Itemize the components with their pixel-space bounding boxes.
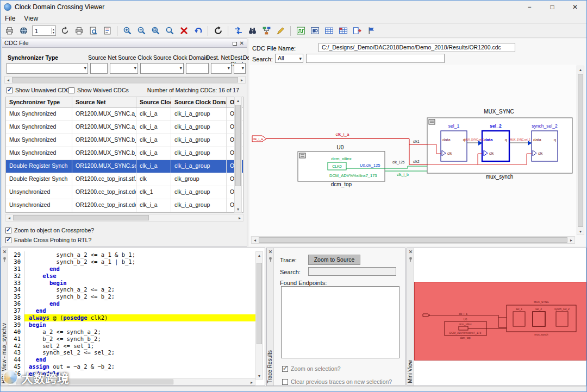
preview-icon[interactable] <box>86 24 99 37</box>
table-header-cell[interactable]: Source Net <box>72 97 136 108</box>
code-text: b_2 <= synch_b_2; <box>24 336 255 343</box>
zoom-crossprobe-checkbox[interactable]: Zoom to object on Crossprobe? <box>5 227 94 233</box>
app-window: Clock Domain Crossing Viewer − □ ✕ File … <box>0 0 587 392</box>
table-row[interactable]: Mux SynchronizedOR1200.MUX_SYNC.a_1clk_i… <box>6 108 243 121</box>
filter-source-clock-domain-select[interactable] <box>140 63 184 74</box>
close-panel-icon[interactable]: ✕ <box>240 40 244 46</box>
table-cell: clk_i_a_group <box>171 134 227 147</box>
schematic-search-scope-select[interactable]: All <box>275 54 303 63</box>
filter-dest-clock-domain-select[interactable] <box>234 63 246 74</box>
filter-dest-net-input[interactable] <box>186 63 209 74</box>
table-header-cell[interactable]: Synchronizer Type <box>6 97 72 108</box>
zoom-in-icon[interactable] <box>121 24 134 37</box>
found-endpoints-list[interactable] <box>281 286 399 358</box>
show-waived-checkbox[interactable]: Show Waived CDCs <box>68 87 129 93</box>
maximize-button[interactable]: □ <box>541 1 564 14</box>
close-panel-icon[interactable]: ✕ <box>2 249 8 255</box>
close-panel-icon[interactable]: ✕ <box>408 249 414 255</box>
float-panel-icon[interactable] <box>233 41 237 47</box>
block-expand-icon[interactable] <box>429 119 435 124</box>
filter-source-net-input[interactable] <box>90 63 108 74</box>
undo-icon[interactable] <box>191 24 204 37</box>
run-icon[interactable] <box>351 24 364 37</box>
filter-source-clock-select[interactable] <box>110 63 138 74</box>
table-row[interactable]: Mux SynchronizedOR1200.MUX_SYNC.b_1clk_i… <box>6 134 243 147</box>
zoom-on-selection-checkbox[interactable]: Zoom on selection? <box>282 365 341 372</box>
rtl-crossprobe-checkbox[interactable]: Enable Cross Probing to RTL? <box>5 237 91 243</box>
pin-icon[interactable] <box>267 257 273 263</box>
print-icon[interactable] <box>72 24 85 37</box>
reload-icon[interactable] <box>58 24 71 37</box>
close-panel-icon[interactable]: ✕ <box>267 249 273 255</box>
edit-icon[interactable] <box>274 24 287 37</box>
cdc-table-vscrollbar[interactable]: ▴▾ <box>234 97 242 213</box>
table-row[interactable]: Double Register SynchOR1200.MUX_SYNC.sel… <box>6 160 243 173</box>
table-row[interactable]: UnsynchronizedOR1200.cc_top_inst.cdc...c… <box>6 199 243 212</box>
cdc-file-name-field[interactable]: C:/_Designs/_Demo/DAC2018Demo/Demo_2018/… <box>319 43 515 52</box>
zoom-to-source-button[interactable]: Zoom to Source <box>308 255 360 265</box>
flag-icon[interactable] <box>365 24 378 37</box>
report-icon[interactable] <box>101 24 114 37</box>
filter-synchronizer-select[interactable] <box>7 63 88 74</box>
code-line: 42 sel_2 <= sel_1; <box>8 343 255 350</box>
crossprobe-icon[interactable] <box>232 24 245 37</box>
dcc-icon[interactable] <box>308 24 321 37</box>
zoom-fit-icon[interactable] <box>149 24 162 37</box>
refresh-icon[interactable] <box>211 24 224 37</box>
zoom-area-icon[interactable] <box>163 24 176 37</box>
svg-text:clk: clk <box>447 151 452 155</box>
table-cell: clk <box>136 173 171 186</box>
wave-icon[interactable] <box>294 24 307 37</box>
pin-clk1-label: clk1 <box>413 140 420 143</box>
code-line: 34 synch_a_2 <= a_2; <box>8 286 255 293</box>
page-number-value[interactable]: 1 <box>33 28 51 34</box>
schematic-canvas[interactable]: MUX_SYNC mux_synch sel_1 data q <box>250 65 576 236</box>
grid-icon[interactable] <box>322 24 335 37</box>
grid-red-icon[interactable] <box>336 24 349 37</box>
table-row[interactable]: UnsynchronizedOR1200.cc_top_inst.cdc...c… <box>6 186 243 199</box>
menu-file[interactable]: File <box>5 15 15 22</box>
hdl-vscrollbar[interactable]: ▴▾ <box>255 251 263 380</box>
schematic-vscrollbar[interactable]: ▴▾ <box>577 66 584 235</box>
hierarchy-icon[interactable] <box>260 24 273 37</box>
filter-dest-clock-select[interactable] <box>211 63 232 74</box>
trace-search-input[interactable] <box>308 267 396 276</box>
export-icon[interactable] <box>3 24 16 37</box>
trace-tab-label[interactable]: Trace Results <box>267 350 273 383</box>
hdl-tab-label[interactable]: HDL View - mux_synch.v <box>1 323 7 383</box>
hdl-hscrollbar[interactable]: ◂▸ <box>8 378 255 385</box>
pin-icon[interactable] <box>2 257 8 263</box>
close-button[interactable]: ✕ <box>564 1 586 14</box>
net-sel2-label: MUX_SYNC.sel_2 <box>510 138 530 141</box>
delete-icon[interactable] <box>177 24 190 37</box>
clk-i-a-port[interactable]: clk_i_a <box>252 136 266 142</box>
code-text: synch_a_2 <= a_1 & b_1; <box>24 251 255 258</box>
mini-tab-label[interactable]: Mini View <box>407 360 413 383</box>
schematic-search-input[interactable] <box>306 54 445 63</box>
page-spinner[interactable]: 1▴▾ <box>32 26 56 36</box>
table-cell: OR1200.cc_top_inst.cdc... <box>72 199 136 212</box>
schematic-hscrollbar[interactable]: ◂▸ <box>251 236 575 244</box>
world-icon[interactable] <box>17 24 30 37</box>
dcm-block[interactable]: dcm_xilinx CLK0 U0.clk_125 DCM_ADV%%xili… <box>298 151 385 181</box>
clear-traces-checkbox[interactable]: Clear previous traces on new selection? <box>282 378 392 385</box>
cdc-table-hscrollbar[interactable]: ◂▸ <box>5 214 243 222</box>
spinner-arrows-icon[interactable]: ▴▾ <box>51 28 55 34</box>
table-header-cell[interactable]: Source Clock Domain <box>171 97 227 108</box>
minimize-button[interactable]: − <box>518 1 541 14</box>
zoom-out-icon[interactable] <box>135 24 148 37</box>
table-cell: OR1200.MUX_SYNC.sel_1 <box>72 160 136 173</box>
code-editor[interactable]: 29 synch_a_2 <= a_1 & b_1;30 synch_b_2 <… <box>8 251 255 380</box>
block-expand-icon[interactable] <box>299 153 305 158</box>
table-header-cell[interactable]: Source Clock <box>136 97 171 108</box>
find-icon[interactable] <box>246 24 259 37</box>
menu-view[interactable]: View <box>24 15 38 22</box>
line-number: 41 <box>8 336 24 343</box>
table-row[interactable]: Double Register SynchOR1200.cc_top_inst.… <box>6 173 243 186</box>
table-row[interactable]: Mux SynchronizedOR1200.MUX_SYNC.a_1clk_i… <box>6 121 243 134</box>
show-unwaived-checkbox[interactable]: Show Unwaived CDCs <box>7 87 73 93</box>
code-line: 45assign out = ~a_2 & ~b_2; <box>8 363 255 370</box>
pin-icon[interactable] <box>408 257 414 263</box>
filter-horizontal-scrollbar[interactable]: ◂▸ <box>4 76 246 84</box>
table-row[interactable]: Mux SynchronizedOR1200.MUX_SYNC.b_1clk_i… <box>6 147 243 160</box>
